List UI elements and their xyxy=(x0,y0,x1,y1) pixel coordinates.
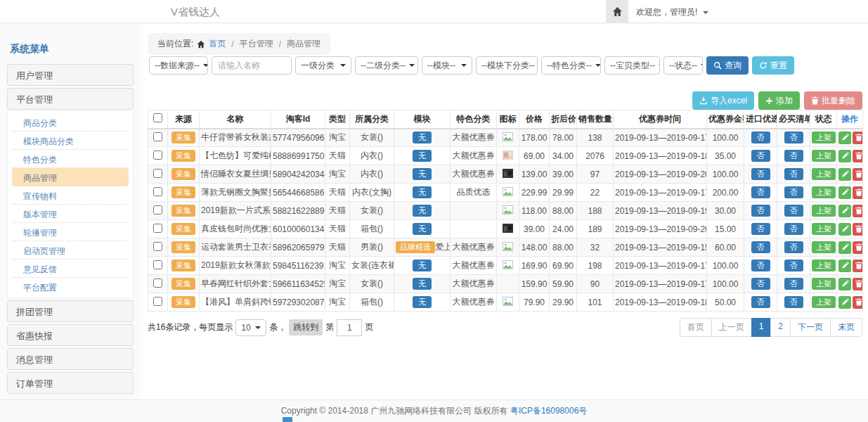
delete-button[interactable] xyxy=(853,168,863,181)
row-checkbox[interactable] xyxy=(153,169,162,178)
edit-button[interactable] xyxy=(838,260,851,272)
must-buy-toggle[interactable]: 否 xyxy=(784,260,803,271)
delete-button[interactable] xyxy=(853,205,863,217)
import-select-toggle[interactable]: 否 xyxy=(751,260,770,271)
status-badge[interactable]: 上架 xyxy=(812,168,836,180)
delete-button[interactable] xyxy=(853,241,863,254)
sidebar-section-platform-management[interactable]: 平台管理 xyxy=(7,88,134,110)
row-checkbox[interactable] xyxy=(153,151,162,160)
delete-button[interactable] xyxy=(853,132,863,144)
must-buy-toggle[interactable]: 否 xyxy=(784,186,803,198)
must-buy-toggle[interactable]: 否 xyxy=(784,278,803,290)
status-badge[interactable]: 上架 xyxy=(812,186,836,198)
must-buy-toggle[interactable]: 否 xyxy=(784,223,803,235)
row-checkbox[interactable] xyxy=(153,205,162,215)
sidebar-section-group-buy-management[interactable]: 拼团管理 xyxy=(7,300,134,322)
user-menu[interactable]: 欢迎您，管理员! xyxy=(636,6,708,18)
import-select-toggle[interactable]: 否 xyxy=(751,150,770,162)
sidebar-section-saving-news[interactable]: 省惠快报 xyxy=(7,324,134,346)
edit-button[interactable] xyxy=(838,150,851,162)
import-excel-button[interactable]: 导入excel xyxy=(692,91,754,110)
filter-status[interactable]: --状态-- xyxy=(663,56,703,75)
delete-button[interactable] xyxy=(853,278,863,290)
status-badge[interactable]: 上架 xyxy=(812,260,836,271)
per-page-select[interactable]: 10 xyxy=(235,319,266,336)
status-badge[interactable]: 上架 xyxy=(812,205,836,217)
delete-button[interactable] xyxy=(853,260,863,272)
edit-button[interactable] xyxy=(838,296,851,309)
edit-button[interactable] xyxy=(838,168,851,181)
page-last[interactable]: 末页 xyxy=(830,318,862,337)
status-badge[interactable]: 上架 xyxy=(812,150,836,162)
filter-data-source[interactable]: --数据来源-- xyxy=(149,56,208,75)
must-buy-toggle[interactable]: 否 xyxy=(784,296,803,308)
must-buy-toggle[interactable]: 否 xyxy=(784,241,803,253)
status-badge[interactable]: 上架 xyxy=(812,278,836,290)
edit-button[interactable] xyxy=(838,241,851,254)
edit-button[interactable] xyxy=(838,278,851,290)
row-checkbox[interactable] xyxy=(153,187,162,196)
row-checkbox[interactable] xyxy=(153,242,162,251)
filter-level1-category[interactable]: 一级分类 xyxy=(295,56,351,75)
import-select-toggle[interactable]: 否 xyxy=(751,168,770,180)
search-button[interactable]: 查询 xyxy=(706,56,749,75)
icp-link[interactable]: 粤ICP备16098006号 xyxy=(510,405,587,417)
sidebar-item-feedback[interactable]: 意见反馈 xyxy=(12,260,129,278)
status-badge[interactable]: 上架 xyxy=(812,223,836,235)
delete-button[interactable] xyxy=(853,186,863,199)
sidebar-item-promo-materials[interactable]: 宣传物料 xyxy=(12,186,129,205)
sidebar-section-user-management[interactable]: 用户管理 xyxy=(7,64,134,86)
delete-button[interactable] xyxy=(853,296,863,309)
sidebar-item-version-management[interactable]: 版本管理 xyxy=(12,205,129,223)
status-badge[interactable]: 上架 xyxy=(812,132,836,143)
page-first[interactable]: 首页 xyxy=(680,318,712,337)
sidebar-item-product-management[interactable]: 商品管理 xyxy=(12,168,129,186)
jump-page-input[interactable] xyxy=(337,319,362,336)
edit-button[interactable] xyxy=(838,186,851,199)
import-select-toggle[interactable]: 否 xyxy=(751,132,770,143)
row-checkbox[interactable] xyxy=(153,224,162,233)
row-checkbox[interactable] xyxy=(153,297,162,306)
import-select-toggle[interactable]: 否 xyxy=(751,223,770,235)
filter-feature-category[interactable]: --特色分类-- xyxy=(541,56,601,75)
filter-module-subcategory[interactable]: --模块下分类-- xyxy=(476,56,538,75)
row-checkbox[interactable] xyxy=(153,279,162,288)
sidebar-section-order-management[interactable]: 订单管理 xyxy=(7,372,134,394)
import-select-toggle[interactable]: 否 xyxy=(751,205,770,217)
add-button[interactable]: 添加 xyxy=(758,91,800,110)
edit-button[interactable] xyxy=(838,205,851,217)
sidebar-item-platform-config[interactable]: 平台配置 xyxy=(12,278,129,296)
delete-button[interactable] xyxy=(853,223,863,236)
page-next[interactable]: 下一页 xyxy=(790,318,831,337)
bulk-delete-button[interactable]: 批量删除 xyxy=(804,91,862,110)
row-checkbox[interactable] xyxy=(153,260,162,269)
must-buy-toggle[interactable]: 否 xyxy=(784,168,803,180)
select-all-checkbox[interactable] xyxy=(153,113,162,122)
page-2[interactable]: 2 xyxy=(770,318,791,337)
status-badge[interactable]: 上架 xyxy=(812,241,836,253)
sidebar-section-message-management[interactable]: 消息管理 xyxy=(7,348,134,370)
page-1[interactable]: 1 xyxy=(751,318,772,337)
delete-button[interactable] xyxy=(853,150,863,162)
must-buy-toggle[interactable]: 否 xyxy=(784,132,803,143)
must-buy-toggle[interactable]: 否 xyxy=(784,150,803,162)
sidebar-item-carousel-management[interactable]: 轮播管理 xyxy=(12,223,129,241)
breadcrumb-home-link[interactable]: 首页 xyxy=(209,38,226,50)
status-badge[interactable]: 上架 xyxy=(812,296,836,308)
import-select-toggle[interactable]: 否 xyxy=(751,296,770,308)
filter-name-input[interactable] xyxy=(212,56,292,75)
sidebar-item-feature-category[interactable]: 特色分类 xyxy=(12,150,129,168)
filter-level2-category[interactable]: --二级分类-- xyxy=(355,56,418,75)
home-button[interactable] xyxy=(606,0,628,23)
filter-item-type[interactable]: --宝贝类型-- xyxy=(604,56,660,75)
filter-module[interactable]: --模块-- xyxy=(422,56,472,75)
import-select-toggle[interactable]: 否 xyxy=(751,241,770,253)
row-checkbox[interactable] xyxy=(153,132,162,141)
import-select-toggle[interactable]: 否 xyxy=(751,186,770,198)
must-buy-toggle[interactable]: 否 xyxy=(784,205,803,217)
sidebar-item-splash-page-management[interactable]: 启动页管理 xyxy=(12,241,129,260)
import-select-toggle[interactable]: 否 xyxy=(751,278,770,290)
page-prev[interactable]: 上一页 xyxy=(711,318,752,337)
reset-button[interactable]: 重置 xyxy=(752,56,794,75)
edit-button[interactable] xyxy=(838,132,851,144)
